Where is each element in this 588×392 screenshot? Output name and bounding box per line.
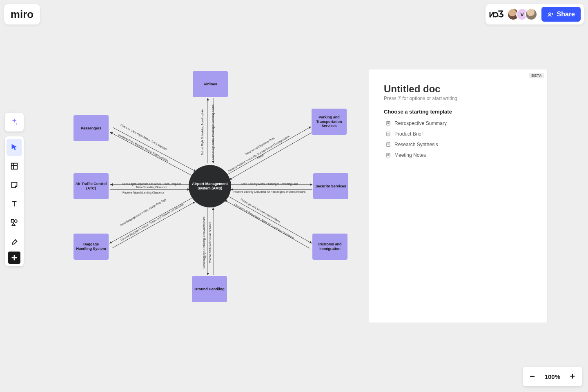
edge-label: Submit Flight Schedules, Boarding Info	[201, 109, 204, 155]
node-label: Air Traffic Control (ATC)	[75, 182, 107, 191]
node-parking[interactable]: Parking and Transportation Services	[312, 109, 347, 135]
node-ground[interactable]: Ground Handling	[192, 276, 227, 302]
share-icon	[547, 11, 555, 18]
template-item[interactable]: Product Brief	[384, 129, 532, 139]
svg-point-0	[548, 13, 550, 15]
edge-label: Receive Parking Availability, Manage Gro…	[226, 134, 293, 176]
node-atc[interactable]: Air Traffic Control (ATC)	[74, 173, 109, 199]
svg-line-36	[110, 132, 194, 176]
frame-icon	[10, 162, 19, 171]
templates-list: Retrospective Summary Product Brief Rese…	[384, 118, 532, 160]
template-item[interactable]: Meeting Notes	[384, 150, 532, 160]
plus-icon	[10, 253, 19, 262]
doc-panel: BETA Untitled doc Press '/' for options …	[369, 69, 547, 323]
svg-line-33	[112, 202, 195, 248]
frame-tool[interactable]	[7, 158, 22, 175]
text-tool[interactable]	[7, 195, 22, 212]
template-label: Meeting Notes	[394, 152, 426, 158]
node-label: Airlines	[203, 82, 217, 87]
svg-line-37	[113, 127, 196, 172]
zoom-in-button[interactable]: +	[566, 370, 579, 383]
edge-label: Clearance of Passengers, Alerts for Susp…	[230, 200, 298, 242]
edge-label: Check-In, View Flight Status, Track Bagg…	[120, 123, 168, 151]
logo-text: miro	[11, 8, 33, 21]
doc-icon	[385, 142, 391, 147]
svg-line-25	[229, 131, 314, 180]
template-item[interactable]: Retrospective Summary	[384, 118, 532, 129]
template-item[interactable]: Research Synthesis	[384, 139, 532, 150]
edge-label: Send Arrival/Departure Data	[245, 136, 275, 156]
avatar-stack: V	[507, 8, 537, 20]
doc-icon	[385, 152, 391, 158]
node-baggage[interactable]: Baggage Handling System	[74, 234, 109, 260]
node-label: Customs and Immigration	[314, 242, 346, 251]
doc-icon	[385, 131, 391, 137]
svg-line-24	[227, 127, 311, 175]
zoom-controls: − 100% +	[523, 367, 582, 386]
node-label: Parking and Transportation Services	[313, 115, 345, 128]
node-customs[interactable]: Customs and Immigration	[312, 234, 347, 260]
pen-icon	[10, 237, 19, 246]
doc-icon	[385, 120, 391, 126]
avatar[interactable]	[525, 8, 537, 20]
add-tool[interactable]	[8, 252, 20, 264]
svg-rect-1	[11, 163, 18, 169]
edge-label: Receive Takeoff/Landing Clearance	[122, 191, 164, 194]
cursor-icon	[10, 143, 19, 152]
node-security[interactable]: Security Services	[313, 173, 348, 199]
logo[interactable]: miro	[4, 4, 40, 24]
zoom-level[interactable]: 100%	[541, 373, 564, 380]
template-label: Retrospective Summary	[394, 120, 447, 126]
edge-label: Gate Assignments, Passenger Boarding Sta…	[212, 105, 215, 160]
doc-title[interactable]: Untitled doc	[384, 83, 532, 95]
left-toolbar	[5, 136, 24, 266]
template-label: Product Brief	[394, 131, 423, 137]
edge-label: Send Baggage, Refueling, and Maintenance	[203, 216, 206, 269]
shapes-tool[interactable]	[7, 214, 22, 231]
doc-hint: Press '/' for options or start writing	[384, 96, 532, 101]
edge-label: Receive Status of Ground Services	[209, 222, 212, 263]
sticky-tool[interactable]	[7, 176, 22, 194]
svg-line-29	[225, 200, 310, 248]
ai-button[interactable]	[5, 113, 24, 131]
svg-rect-6	[11, 220, 14, 222]
share-label: Share	[557, 11, 575, 18]
header-right: ᴎᴐƷ V Share	[486, 4, 584, 24]
center-node[interactable]: Airport Management System (AMS)	[189, 165, 231, 207]
sticky-icon	[10, 180, 19, 189]
avatar-initial: V	[520, 11, 524, 18]
template-label: Research Synthesis	[394, 142, 438, 147]
zoom-out-button[interactable]: −	[526, 370, 539, 383]
svg-point-7	[14, 220, 17, 222]
select-tool[interactable]	[7, 139, 22, 156]
node-passengers[interactable]: Passengers	[74, 115, 109, 141]
templates-heading: Choose a starting template	[384, 109, 532, 115]
beta-badge: BETA	[529, 73, 544, 78]
edge-label: Send Flight Departure and Arrival Times,…	[113, 183, 190, 189]
edge-label: Send Security Alerts, Passenger Screenin…	[233, 183, 306, 186]
svg-line-32	[109, 198, 193, 243]
node-label: Security Services	[315, 184, 346, 189]
sparkle-icon	[10, 118, 19, 127]
node-label: Passengers	[81, 126, 102, 131]
collaboration-icon[interactable]: ᴎᴐƷ	[489, 9, 503, 20]
edge-label: Receive Security Clearance for Passenger…	[233, 190, 306, 194]
edge-label: Boarding Pass, Baggage Status, Flight Up…	[118, 133, 169, 163]
svg-line-28	[228, 196, 312, 243]
pen-tool[interactable]	[7, 233, 22, 250]
edge-label: Receive Baggage Location, Status, and De…	[118, 201, 187, 243]
node-airlines[interactable]: Airlines	[193, 71, 228, 97]
node-label: Ground Handling	[194, 287, 225, 292]
edge-label: Send Baggage Information, Assign Bag Tag…	[120, 198, 167, 227]
center-label: Airport Management System (AMS)	[189, 182, 231, 191]
text-icon	[10, 199, 19, 208]
edge-label: Passenger Info for International Flights	[240, 198, 281, 224]
share-button[interactable]: Share	[541, 7, 581, 22]
shapes-icon	[10, 218, 19, 227]
node-label: Baggage Handling System	[75, 242, 107, 251]
